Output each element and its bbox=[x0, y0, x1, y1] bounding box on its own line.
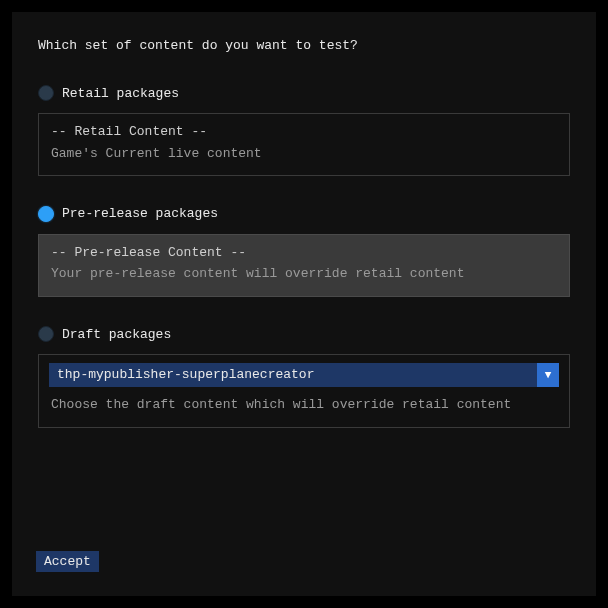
draft-select-value: thp-mypublisher-superplanecreator bbox=[49, 363, 537, 387]
option-prerelease: Pre-release packages -- Pre-release Cont… bbox=[38, 204, 570, 297]
draft-desc: Choose the draft content which will over… bbox=[49, 395, 559, 415]
chevron-down-icon: ▼ bbox=[545, 367, 552, 384]
option-prerelease-label: Pre-release packages bbox=[62, 204, 218, 224]
retail-box: -- Retail Content -- Game's Current live… bbox=[38, 113, 570, 176]
retail-box-desc: Game's Current live content bbox=[51, 144, 557, 164]
option-draft: Draft packages thp-mypublisher-superplan… bbox=[38, 325, 570, 428]
prerelease-box-desc: Your pre-release content will override r… bbox=[51, 264, 557, 284]
retail-box-title: -- Retail Content -- bbox=[51, 122, 557, 142]
draft-select-button[interactable]: ▼ bbox=[537, 363, 559, 387]
question-text: Which set of content do you want to test… bbox=[38, 36, 570, 56]
option-prerelease-header[interactable]: Pre-release packages bbox=[38, 204, 570, 224]
prerelease-box: -- Pre-release Content -- Your pre-relea… bbox=[38, 234, 570, 297]
radio-retail[interactable] bbox=[38, 85, 54, 101]
accept-button[interactable]: Accept bbox=[36, 551, 99, 572]
option-draft-label: Draft packages bbox=[62, 325, 171, 345]
option-draft-header[interactable]: Draft packages bbox=[38, 325, 570, 345]
option-retail-label: Retail packages bbox=[62, 84, 179, 104]
option-retail-header[interactable]: Retail packages bbox=[38, 84, 570, 104]
radio-prerelease[interactable] bbox=[38, 206, 54, 222]
radio-draft[interactable] bbox=[38, 326, 54, 342]
draft-box: thp-mypublisher-superplanecreator ▼ Choo… bbox=[38, 354, 570, 428]
content-area: Which set of content do you want to test… bbox=[12, 12, 596, 428]
content-test-panel: Which set of content do you want to test… bbox=[12, 12, 596, 596]
draft-select[interactable]: thp-mypublisher-superplanecreator ▼ bbox=[49, 363, 559, 387]
option-retail: Retail packages -- Retail Content -- Gam… bbox=[38, 84, 570, 177]
prerelease-box-title: -- Pre-release Content -- bbox=[51, 243, 557, 263]
